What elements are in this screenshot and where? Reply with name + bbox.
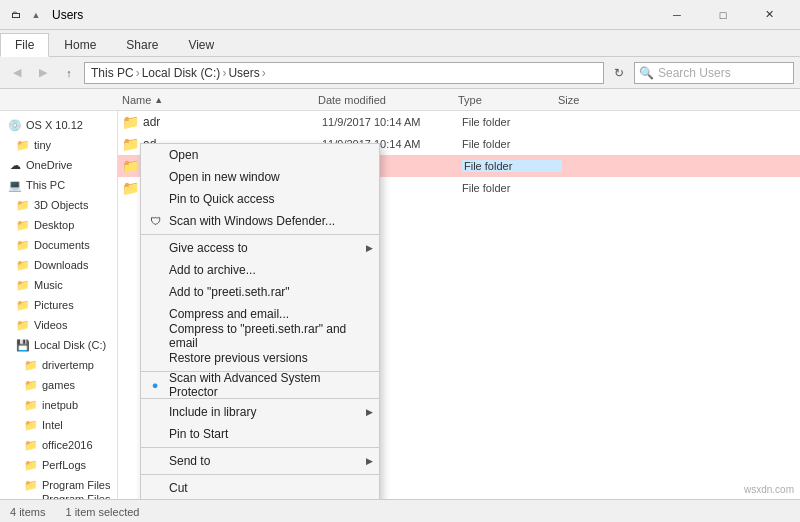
programfiles-icon: 📁 bbox=[24, 478, 38, 492]
sidebar-item-documents[interactable]: 📁 Documents bbox=[0, 235, 117, 255]
file-date-adr: 11/9/2017 10:14 AM bbox=[322, 116, 462, 128]
ctx-pin-start[interactable]: Pin to Start bbox=[141, 423, 379, 445]
osx-icon: 💿 bbox=[8, 118, 22, 132]
selected-count: 1 item selected bbox=[65, 506, 139, 518]
ctx-add-archive[interactable]: Add to archive... bbox=[141, 259, 379, 281]
ctx-send-to[interactable]: Send to ▶ bbox=[141, 450, 379, 472]
file-list: 📁 adr 11/9/2017 10:14 AM File folder 📁 a… bbox=[118, 111, 800, 499]
path-thispc: This PC bbox=[91, 66, 134, 80]
tab-view[interactable]: View bbox=[173, 32, 229, 56]
folder-icon-public: 📁 bbox=[122, 180, 139, 196]
file-type-pr: File folder bbox=[462, 160, 562, 172]
path-users: Users bbox=[228, 66, 259, 80]
tiny-folder-icon: 📁 bbox=[16, 138, 30, 152]
pictures-icon: 📁 bbox=[16, 298, 30, 312]
context-menu: Open Open in new window Pin to Quick acc… bbox=[140, 143, 380, 499]
localdisk-icon: 💾 bbox=[16, 338, 30, 352]
ctx-access-arrow: ▶ bbox=[366, 243, 373, 253]
watermark: wsxdn.com bbox=[744, 484, 794, 495]
file-name-adr: 📁 adr bbox=[122, 114, 322, 130]
ctx-compress-rar-email[interactable]: Compress to "preeti.seth.rar" and email bbox=[141, 325, 379, 347]
refresh-button[interactable]: ↻ bbox=[608, 62, 630, 84]
tab-file[interactable]: File bbox=[0, 33, 49, 57]
office2016-icon: 📁 bbox=[24, 438, 38, 452]
item-count: 4 items bbox=[10, 506, 45, 518]
ctx-add-rar[interactable]: Add to "preeti.seth.rar" bbox=[141, 281, 379, 303]
sidebar-item-perflogs[interactable]: 📁 PerfLogs bbox=[0, 455, 117, 475]
sidebar-item-programfiles[interactable]: 📁 Program Files bbox=[0, 475, 117, 495]
sidebar-item-drivertemp[interactable]: 📁 drivertemp bbox=[0, 355, 117, 375]
ctx-open[interactable]: Open bbox=[141, 144, 379, 166]
3dobjects-icon: 📁 bbox=[16, 198, 30, 212]
sidebar-item-desktop[interactable]: 📁 Desktop bbox=[0, 215, 117, 235]
file-row-adr[interactable]: 📁 adr 11/9/2017 10:14 AM File folder bbox=[118, 111, 800, 133]
back-button[interactable]: ◀ bbox=[6, 62, 28, 84]
programfilesx-icon: 📁 bbox=[24, 498, 38, 499]
address-bar: ◀ ▶ ↑ This PC › Local Disk (C:) › Users … bbox=[0, 57, 800, 89]
file-type-public: File folder bbox=[462, 182, 562, 194]
main-area: 💿 OS X 10.12 📁 tiny ☁ OneDrive 💻 This PC… bbox=[0, 111, 800, 499]
sidebar-item-thispc[interactable]: 💻 This PC bbox=[0, 175, 117, 195]
thispc-icon: 💻 bbox=[8, 178, 22, 192]
ctx-include-library[interactable]: Include in library ▶ bbox=[141, 401, 379, 423]
ctx-restore[interactable]: Restore previous versions bbox=[141, 347, 379, 369]
path-sep-1: › bbox=[136, 66, 140, 80]
folder-icon-pr: 📁 bbox=[122, 158, 139, 174]
sidebar-item-intel[interactable]: 📁 Intel bbox=[0, 415, 117, 435]
title-bar: 🗀 ▲ Users ─ □ ✕ bbox=[0, 0, 800, 30]
sidebar-item-downloads[interactable]: 📁 Downloads bbox=[0, 255, 117, 275]
ctx-scan-defender[interactable]: 🛡 Scan with Windows Defender... bbox=[141, 210, 379, 232]
sidebar: 💿 OS X 10.12 📁 tiny ☁ OneDrive 💻 This PC… bbox=[0, 111, 118, 499]
sidebar-item-videos[interactable]: 📁 Videos bbox=[0, 315, 117, 335]
ctx-sep-4 bbox=[141, 447, 379, 448]
folder-icon-adr: 📁 bbox=[122, 114, 139, 130]
file-type-ad: File folder bbox=[462, 138, 562, 150]
ctx-sep-5 bbox=[141, 474, 379, 475]
window-icon: 🗀 bbox=[8, 7, 24, 23]
title-controls: ─ □ ✕ bbox=[654, 0, 792, 30]
sidebar-item-music[interactable]: 📁 Music bbox=[0, 275, 117, 295]
sidebar-item-programfilesx[interactable]: 📁 Program Files ( bbox=[0, 495, 117, 499]
minimize-button[interactable]: ─ bbox=[654, 0, 700, 30]
sidebar-item-onedrive[interactable]: ☁ OneDrive bbox=[0, 155, 117, 175]
sidebar-item-inetpub[interactable]: 📁 inetpub bbox=[0, 395, 117, 415]
col-header-size[interactable]: Size bbox=[558, 94, 638, 106]
ctx-pin-quick[interactable]: Pin to Quick access bbox=[141, 188, 379, 210]
perflogs-icon: 📁 bbox=[24, 458, 38, 472]
sidebar-item-tiny[interactable]: 📁 tiny bbox=[0, 135, 117, 155]
file-type-adr: File folder bbox=[462, 116, 562, 128]
ctx-cut[interactable]: Cut bbox=[141, 477, 379, 499]
address-path[interactable]: This PC › Local Disk (C:) › Users › bbox=[84, 62, 604, 84]
ctx-scan-system[interactable]: ● Scan with Advanced System Protector bbox=[141, 374, 379, 396]
ctx-library-arrow: ▶ bbox=[366, 407, 373, 417]
ctx-open-new-window[interactable]: Open in new window bbox=[141, 166, 379, 188]
search-placeholder: Search Users bbox=[658, 66, 731, 80]
ctx-give-access[interactable]: Give access to ▶ bbox=[141, 237, 379, 259]
maximize-button[interactable]: □ bbox=[700, 0, 746, 30]
desktop-icon: 📁 bbox=[16, 218, 30, 232]
sidebar-item-localdisk[interactable]: 💾 Local Disk (C:) bbox=[0, 335, 117, 355]
sidebar-item-3dobjects[interactable]: 📁 3D Objects bbox=[0, 195, 117, 215]
col-header-name[interactable]: Name ▲ bbox=[118, 94, 318, 106]
up-button[interactable]: ↑ bbox=[58, 62, 80, 84]
sidebar-item-pictures[interactable]: 📁 Pictures bbox=[0, 295, 117, 315]
close-button[interactable]: ✕ bbox=[746, 0, 792, 30]
search-icon: 🔍 bbox=[639, 66, 654, 80]
sidebar-item-osx[interactable]: 💿 OS X 10.12 bbox=[0, 115, 117, 135]
sidebar-item-office2016[interactable]: 📁 office2016 bbox=[0, 435, 117, 455]
ctx-send-arrow: ▶ bbox=[366, 456, 373, 466]
sort-arrow-icon: ▲ bbox=[154, 95, 163, 105]
col-header-type[interactable]: Type bbox=[458, 94, 558, 106]
tab-share[interactable]: Share bbox=[111, 32, 173, 56]
path-sep-2: › bbox=[222, 66, 226, 80]
sidebar-item-games[interactable]: 📁 games bbox=[0, 375, 117, 395]
title-bar-icons: 🗀 ▲ bbox=[8, 7, 44, 23]
games-icon: 📁 bbox=[24, 378, 38, 392]
search-box[interactable]: 🔍 Search Users bbox=[634, 62, 794, 84]
minimize-quick-access: ▲ bbox=[28, 7, 44, 23]
col-header-date[interactable]: Date modified bbox=[318, 94, 458, 106]
tab-home[interactable]: Home bbox=[49, 32, 111, 56]
ribbon: File Home Share View bbox=[0, 30, 800, 57]
forward-button[interactable]: ▶ bbox=[32, 62, 54, 84]
drivertemp-icon: 📁 bbox=[24, 358, 38, 372]
